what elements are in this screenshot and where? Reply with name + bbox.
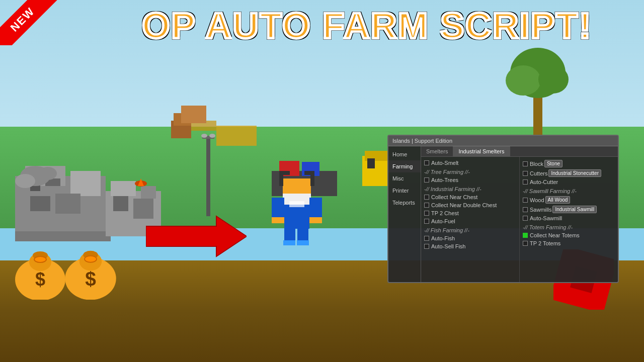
lamp-light-2: [209, 134, 215, 138]
sawmills-label: Sawmills: [530, 207, 551, 213]
nav-home[interactable]: Home: [388, 148, 421, 160]
auto-trees-item: Auto-Trees: [424, 176, 516, 184]
auto-sawmill-item: Auto-Sawmill: [523, 214, 615, 222]
tp2chest-item: TP 2 Chest: [424, 209, 516, 217]
money-bags: $ $: [10, 234, 121, 302]
tp2chest-checkbox[interactable]: [424, 211, 429, 216]
collect-near-double-chest-item: Collect Near Double Chest: [424, 201, 516, 209]
auto-sawmill-checkbox[interactable]: [523, 216, 528, 221]
block-checkbox[interactable]: [523, 161, 528, 166]
rock-3: [39, 167, 57, 180]
collect-near-chest-item: Collect Near Chest: [424, 193, 516, 201]
tab-smelters[interactable]: Smelters: [421, 146, 453, 156]
tp2chest-label: TP 2 Chest: [431, 210, 459, 216]
panel-nav: Home Farming Misc Printer Teleports: [388, 146, 421, 282]
cutters-dropdown[interactable]: Industrial Stonecutter: [548, 169, 601, 177]
wood-row: Wood All Wood: [523, 195, 615, 205]
panel-tabs-area: Smelters Industrial Smelters Auto-Smelt …: [421, 146, 618, 282]
machine-detail-5: [55, 194, 80, 214]
sawmills-dropdown[interactable]: Industrial Sawmill: [552, 206, 597, 213]
ui-panel: Islands | Support Edition Home Farming M…: [387, 135, 619, 283]
block-label: Block: [530, 161, 543, 167]
collect-near-double-chest-label: Collect Near Double Chest: [431, 202, 497, 208]
collect-near-totems-item: Collect Near Totems: [523, 231, 615, 239]
auto-fuel-item: Auto-Fuel: [424, 217, 516, 225]
auto-sell-fish-label: Auto-Sell Fish: [431, 243, 465, 249]
svg-point-5: [34, 256, 46, 262]
title-container: OP AUTO FARM SCRIPT!: [142, 8, 592, 44]
machine-screen: [367, 158, 375, 168]
cutters-label: Cutters: [530, 170, 547, 176]
arm-left: [272, 198, 284, 220]
lamp-post: [206, 136, 210, 216]
auto-sell-fish-item: Auto-Sell Fish: [424, 242, 516, 250]
nav-printer[interactable]: Printer: [388, 185, 421, 197]
char-leg-left: [284, 225, 295, 243]
nav-misc[interactable]: Misc: [388, 172, 421, 185]
auto-smelt-label: Auto-Smelt: [431, 160, 458, 166]
money-bag-2: $: [60, 234, 121, 302]
collect-near-double-chest-checkbox[interactable]: [424, 203, 429, 208]
auto-trees-checkbox[interactable]: [424, 177, 429, 183]
tab-industrial-smelters[interactable]: Industrial Smelters: [453, 146, 510, 156]
totem-farming-header: -// Totem Farming //-: [523, 224, 615, 230]
auto-sawmill-label: Auto-Sawmill: [530, 215, 562, 221]
tree-foliage-2: [506, 65, 541, 96]
panel-title: Islands | Support Edition: [388, 136, 618, 146]
collect-near-chest-checkbox[interactable]: [424, 195, 429, 200]
auto-cutter-checkbox[interactable]: [523, 179, 528, 185]
machine-detail-4: [30, 196, 50, 211]
wood-dropdown[interactable]: All Wood: [545, 196, 571, 204]
sawmills-checkbox[interactable]: [523, 207, 528, 212]
farming-col: Auto-Smelt -// Tree Farming //- Auto-Tre…: [421, 157, 520, 282]
auto-cutter-label: Auto-Cutter: [530, 179, 558, 185]
auto-sell-fish-checkbox[interactable]: [424, 244, 429, 249]
new-banner: NEW: [0, 0, 65, 45]
auto-fuel-label: Auto-Fuel: [431, 218, 455, 224]
svg-marker-0: [146, 216, 247, 256]
auto-cutter-item: Auto-Cutter: [523, 178, 615, 186]
auto-trees-label: Auto-Trees: [431, 177, 458, 183]
svg-text:$: $: [85, 268, 96, 290]
cutters-checkbox[interactable]: [523, 171, 528, 176]
tree-farming-header: -// Tree Farming //-: [424, 169, 516, 175]
lamp-light-1: [201, 134, 207, 138]
main-title: OP AUTO FARM SCRIPT!: [142, 8, 592, 44]
block-dropdown[interactable]: Stone: [544, 160, 562, 167]
building-6: [141, 186, 156, 199]
wood-label: Wood: [530, 197, 544, 203]
tab-row: Smelters Industrial Smelters: [421, 146, 618, 157]
auto-fuel-checkbox[interactable]: [424, 219, 429, 224]
cutters-row: Cutters Industrial Stonecutter: [523, 168, 615, 178]
auto-smelt-item: Auto-Smelt: [424, 159, 516, 167]
collect-near-totems-checkbox[interactable]: [523, 233, 528, 238]
industrial-farming-header: -// Industrial Farming //-: [424, 186, 516, 192]
auto-fish-checkbox[interactable]: [424, 236, 429, 241]
new-badge-text: NEW: [0, 0, 58, 45]
panel-content: Auto-Smelt -// Tree Farming //- Auto-Tre…: [421, 157, 618, 282]
hand-right: [309, 217, 322, 223]
fish-farming-header: -// Fish Farming //-: [424, 227, 516, 233]
hay: [216, 126, 257, 146]
sawmills-row: Sawmills Industrial Sawmill: [523, 205, 615, 214]
svg-text:$: $: [35, 269, 45, 290]
collect-near-chest-label: Collect Near Chest: [431, 194, 477, 200]
panel-body: Home Farming Misc Printer Teleports Smel…: [388, 146, 618, 282]
collect-near-totems-label: Collect Near Totems: [530, 232, 580, 238]
char-leg-right: [297, 225, 308, 243]
nav-farming[interactable]: Farming: [388, 160, 421, 172]
wood-checkbox[interactable]: [523, 198, 528, 203]
nav-teleports[interactable]: Teleports: [388, 197, 421, 209]
tp2totems-checkbox[interactable]: [523, 241, 528, 246]
auto-fish-label: Auto-Fish: [431, 235, 455, 241]
antler-left-branch: [280, 171, 290, 175]
building-5: [111, 181, 136, 196]
red-arrow: [146, 211, 247, 263]
shirt-logo: [289, 201, 304, 207]
rock-2: [15, 174, 35, 188]
auto-smelt-checkbox[interactable]: [424, 160, 429, 165]
svg-point-11: [85, 256, 97, 262]
window-1: [113, 196, 128, 211]
arm-right: [309, 198, 322, 220]
antler-right-branch: [304, 171, 314, 175]
